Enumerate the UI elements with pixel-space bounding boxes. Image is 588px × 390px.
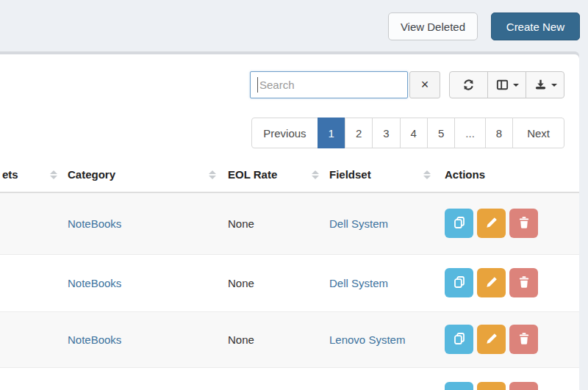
sort-icon (50, 170, 57, 179)
edit-button[interactable] (477, 325, 506, 354)
text-cursor (257, 77, 258, 93)
delete-button[interactable] (509, 209, 538, 238)
trash-icon (517, 275, 531, 292)
search-input[interactable] (250, 71, 408, 98)
copy-button[interactable] (445, 268, 473, 297)
trash-icon (517, 331, 531, 348)
copy-icon (452, 275, 467, 292)
pagination: Previous 1 2 3 4 5 ... 8 Next (251, 118, 564, 148)
copy-icon (452, 215, 467, 232)
column-label: Fieldset (329, 168, 371, 181)
category-link[interactable]: NoteBooks (68, 277, 121, 289)
delete-button[interactable] (509, 382, 538, 390)
table-row: NoteBooks None Dell System (0, 254, 579, 311)
sort-icon (423, 170, 431, 179)
row-actions (445, 209, 579, 238)
pagination-page-4[interactable]: 4 (400, 118, 428, 148)
table-header-row: ets Category EOL Rate (0, 157, 579, 192)
table-row (0, 367, 579, 390)
pagination-previous[interactable]: Previous (251, 118, 318, 148)
pagination-page-8[interactable]: 8 (485, 118, 513, 148)
column-header-category[interactable]: Category (62, 157, 220, 192)
column-header-fieldset[interactable]: Fieldset (323, 157, 435, 192)
content-card: × (0, 54, 579, 390)
page: View Deleted Create New × (0, 0, 588, 390)
fieldset-link[interactable]: Dell System (329, 277, 388, 289)
pencil-icon (484, 331, 499, 348)
column-label: ets (2, 168, 18, 181)
pagination-page-3[interactable]: 3 (372, 118, 400, 148)
columns-icon (495, 78, 509, 92)
pagination-ellipsis: ... (454, 118, 486, 148)
sort-icon (209, 170, 216, 179)
copy-icon (452, 331, 467, 348)
column-header-eol-rate[interactable]: EOL Rate (220, 157, 323, 192)
table-toolbar: × (250, 71, 564, 98)
column-label: EOL Rate (228, 168, 277, 181)
clear-search-button[interactable]: × (409, 71, 440, 98)
row-actions (445, 268, 579, 297)
delete-button[interactable] (509, 268, 538, 297)
edit-button[interactable] (477, 268, 506, 297)
fieldset-link[interactable]: Dell System (329, 217, 388, 230)
row-actions (445, 325, 579, 354)
eol-rate-value: None (228, 277, 254, 289)
table-tools-group (449, 71, 564, 98)
download-icon (534, 78, 548, 92)
refresh-button[interactable] (449, 71, 488, 98)
sort-icon (312, 170, 319, 179)
pagination-page-1[interactable]: 1 (318, 118, 345, 148)
column-header-assets[interactable]: ets (0, 157, 62, 192)
pagination-page-5[interactable]: 5 (427, 118, 455, 148)
models-table: ets Category EOL Rate (0, 157, 579, 390)
column-label: Category (68, 168, 115, 181)
eol-rate-value: None (228, 217, 254, 230)
eol-rate-value: None (228, 333, 254, 346)
copy-button[interactable] (445, 209, 473, 238)
fieldset-link[interactable]: Lenovo System (329, 333, 405, 346)
category-link[interactable]: NoteBooks (68, 217, 121, 230)
table-row: NoteBooks None Lenovo System (0, 311, 579, 367)
category-link[interactable]: NoteBooks (68, 333, 121, 346)
column-header-actions: Actions (435, 157, 579, 192)
delete-button[interactable] (509, 325, 538, 354)
export-button[interactable] (526, 71, 564, 98)
edit-button[interactable] (477, 209, 506, 238)
chevron-down-icon (551, 84, 557, 87)
column-label: Actions (445, 168, 485, 181)
create-new-button[interactable]: Create New (491, 12, 580, 40)
view-deleted-button[interactable]: View Deleted (388, 12, 478, 40)
copy-button[interactable] (445, 325, 473, 354)
columns-button[interactable] (487, 71, 526, 98)
close-icon: × (421, 77, 429, 93)
trash-icon (517, 215, 531, 232)
edit-button[interactable] (477, 382, 506, 390)
pagination-page-2[interactable]: 2 (345, 118, 373, 148)
refresh-icon (462, 78, 476, 92)
table-row: NoteBooks None Dell System (0, 192, 579, 254)
copy-button[interactable] (445, 382, 473, 390)
page-header: View Deleted Create New (0, 0, 588, 54)
row-actions (445, 382, 579, 390)
pencil-icon (484, 215, 499, 232)
pagination-next[interactable]: Next (512, 118, 564, 148)
chevron-down-icon (513, 84, 519, 87)
pencil-icon (484, 275, 499, 292)
